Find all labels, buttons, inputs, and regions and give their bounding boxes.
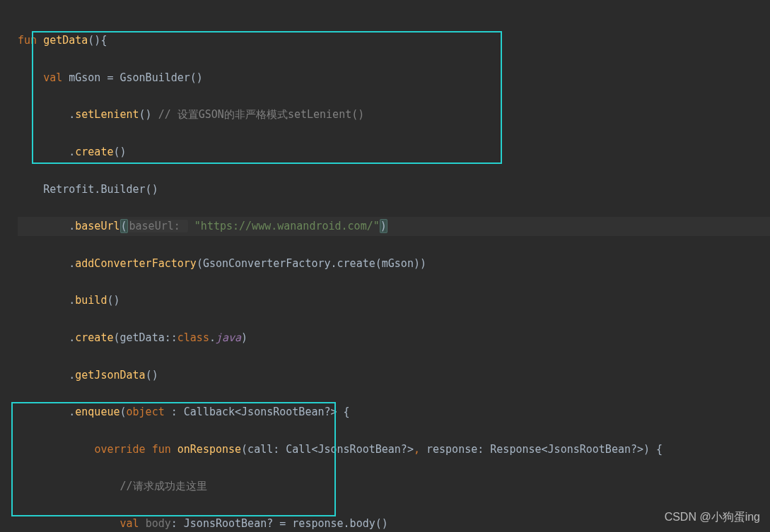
code-text: mGson = GsonBuilder()	[69, 71, 203, 84]
dot: .	[69, 406, 75, 418]
keyword: fun	[18, 34, 43, 47]
method: setLenient	[75, 108, 139, 121]
italic-prop: java	[216, 331, 241, 344]
keyword: object	[127, 406, 171, 418]
dot: .	[209, 331, 216, 344]
method: build	[75, 294, 107, 307]
method: baseUrl	[75, 220, 119, 232]
method: create	[75, 331, 113, 344]
code-editor[interactable]: fun getData(){ val mGson = GsonBuilder()…	[0, 0, 770, 532]
code-text: (getData::	[113, 331, 177, 344]
comment: //请求成功走这里	[120, 480, 207, 492]
dot: .	[69, 369, 75, 382]
paren-close: )	[241, 331, 247, 344]
code-line: fun getData(){	[18, 31, 770, 49]
dot: .	[69, 257, 75, 270]
code-line: //请求成功走这里	[18, 477, 770, 495]
method: create	[75, 146, 113, 158]
params: response: Response<JsonsRootBean?>) {	[420, 443, 663, 456]
keyword: val	[43, 71, 69, 84]
paren-open: (	[120, 219, 128, 233]
function-name: onResponse	[177, 443, 241, 456]
code-line: .create(getData::class.java)	[18, 329, 770, 347]
code-line: override fun onResponse(call: Call<Jsons…	[18, 440, 770, 459]
code-text: Retrofit.Builder()	[43, 183, 158, 196]
parens: ()	[146, 369, 158, 382]
function-name: getData	[43, 34, 88, 47]
paren: (	[120, 406, 127, 418]
comment: // 设置GSON的非严格模式setLenient()	[158, 108, 365, 121]
code-line: .setLenient() // 设置GSON的非严格模式setLenient(…	[18, 105, 770, 124]
code-text: : JsonsRootBean? = response.body()	[171, 517, 388, 530]
comma: ,	[414, 443, 420, 456]
dot: .	[69, 146, 75, 158]
code-line: .enqueue(object : Callback<JsonsRootBean…	[18, 403, 770, 421]
watermark: CSDN @小狗蛋ing	[665, 508, 760, 526]
method: enqueue	[75, 406, 119, 418]
code-line: .getJsonData()	[18, 366, 770, 384]
keyword: class	[177, 331, 209, 344]
paren-close: )	[380, 219, 387, 233]
code-line: val mGson = GsonBuilder()	[18, 69, 770, 87]
dot: .	[69, 108, 75, 121]
code-line: .addConverterFactory(GsonConverterFactor…	[18, 254, 770, 273]
keyword: override	[94, 443, 151, 456]
parens: ()	[113, 146, 126, 158]
method: getJsonData	[75, 369, 145, 382]
code-line: val body: JsonsRootBean? = response.body…	[18, 514, 770, 532]
parens: ()	[139, 108, 158, 121]
brace: (){	[88, 34, 107, 47]
parens: ()	[107, 294, 119, 307]
dot: .	[69, 294, 75, 307]
code-line: .build()	[18, 291, 770, 309]
string: "https://www.wanandroid.com/"	[194, 220, 380, 232]
method: addConverterFactory	[75, 257, 197, 270]
keyword: fun	[152, 443, 177, 456]
code-text: (GsonConverterFactory.create(mGson))	[197, 257, 426, 270]
var-unused: body	[146, 517, 171, 530]
dot: .	[69, 331, 75, 344]
dot: .	[69, 220, 75, 232]
params: (call: Call<JsonsRootBean?>	[241, 443, 414, 456]
code-line: Retrofit.Builder()	[18, 180, 770, 199]
param-hint: baseUrl:	[128, 220, 188, 232]
code-text: : Callback<JsonsRootBean?> {	[171, 406, 350, 418]
code-line: .create()	[18, 143, 770, 161]
keyword: val	[120, 517, 146, 530]
code-line-highlighted: .baseUrl(baseUrl: "https://www.wanandroi…	[18, 217, 770, 235]
